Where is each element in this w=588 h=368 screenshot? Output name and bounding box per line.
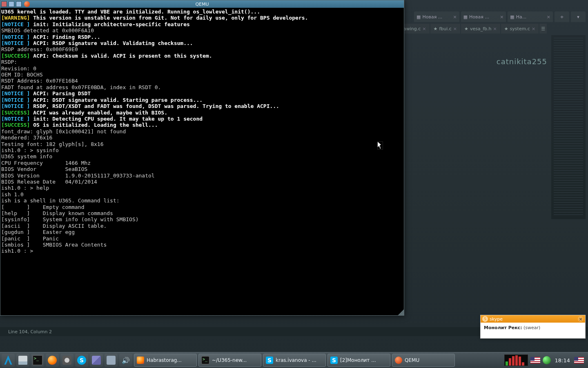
editor-menu-button[interactable]: ☰ xyxy=(539,24,547,34)
tray-status-icon[interactable] xyxy=(543,356,551,364)
close-icon[interactable]: × xyxy=(500,14,503,20)
editor-tab[interactable]: ★vesa_fb.h× xyxy=(461,24,500,34)
keyboard-layout-indicator[interactable] xyxy=(530,357,540,364)
notification-sender: Монолит Рекс: xyxy=(484,325,522,330)
taskbar[interactable]: S 🔊 Habrastorag... ~/U365-new... Skras.i… xyxy=(0,352,588,368)
skype-launcher[interactable]: S xyxy=(75,354,88,367)
window-minimize-button[interactable] xyxy=(16,1,22,7)
skype-icon: S xyxy=(266,357,273,364)
new-tab-button[interactable]: + xyxy=(555,11,569,22)
speaker-icon: 🔊 xyxy=(121,356,130,365)
browser-tab[interactable]: ▦Новая ...× xyxy=(461,11,506,22)
editor-tab[interactable]: ★system.c× xyxy=(501,24,539,34)
mouse-cursor xyxy=(377,141,383,150)
skype-icon: S xyxy=(330,357,338,364)
terminal-launcher[interactable] xyxy=(31,354,44,367)
screenshot-launcher[interactable] xyxy=(60,354,74,367)
close-icon[interactable]: × xyxy=(532,26,535,31)
qemu-icon xyxy=(395,357,402,364)
editor-tab[interactable]: ★fbui.c× xyxy=(430,24,461,34)
system-tray: 18:14 xyxy=(502,355,586,366)
firefox-launcher[interactable] xyxy=(46,354,59,367)
close-icon[interactable]: × xyxy=(547,14,550,20)
window-close-button[interactable] xyxy=(1,1,7,7)
taskbar-window-button[interactable]: Habrastorag... xyxy=(134,354,197,367)
editor-tabs: awing.c× ★fbui.c× ★vesa_fb.h× ★system.c×… xyxy=(400,24,572,34)
app-icon xyxy=(107,356,116,365)
skype-notification[interactable]: S skype × Монолит Рекс: (swear) xyxy=(480,315,586,339)
close-icon[interactable]: × xyxy=(422,26,426,31)
editor-tab[interactable]: awing.c× xyxy=(400,24,430,34)
tab-menu-button[interactable]: ▾ xyxy=(571,11,586,22)
files-icon xyxy=(18,356,27,365)
notification-message: (swear) xyxy=(523,325,540,330)
browser-tab[interactable]: ▦Новая ...× xyxy=(414,11,459,22)
editor-minimap[interactable] xyxy=(551,35,586,219)
qemu-icon xyxy=(24,1,30,7)
browser-tab[interactable]: ▦На...× xyxy=(508,11,553,22)
browser-tabs: ▦Новая ...× ▦Новая ...× ▦На...× + ▾ xyxy=(414,11,586,22)
terminal-icon xyxy=(33,355,42,365)
camera-icon xyxy=(62,356,71,365)
firefox-icon xyxy=(48,356,57,365)
window-title: QEMU xyxy=(0,2,404,7)
resize-handle[interactable] xyxy=(398,310,404,315)
close-icon[interactable]: × xyxy=(453,26,457,31)
taskbar-window-button[interactable]: QEMU xyxy=(392,354,455,367)
volume-launcher[interactable]: 🔊 xyxy=(119,354,132,367)
close-icon[interactable]: × xyxy=(578,316,584,322)
close-icon[interactable]: × xyxy=(493,26,497,31)
terminal-output[interactable]: U365 kernel is loaded. TTY and VBE are i… xyxy=(0,8,404,312)
app-launcher[interactable] xyxy=(105,354,118,367)
arch-icon xyxy=(3,355,13,366)
file-manager-launcher[interactable] xyxy=(16,354,29,367)
close-icon[interactable]: × xyxy=(453,14,457,20)
skype-icon: S xyxy=(77,356,86,365)
terminal-icon xyxy=(201,356,209,364)
taskbar-window-button[interactable]: Skras.ivanova - ... xyxy=(263,354,326,367)
app-launcher[interactable] xyxy=(90,354,103,367)
clock[interactable]: 18:14 xyxy=(553,357,572,364)
taskbar-window-button[interactable]: S[2]Монолит ... xyxy=(327,354,390,367)
start-menu-button[interactable] xyxy=(2,354,15,367)
taskbar-window-button[interactable]: ~/U365-new... xyxy=(198,354,261,367)
notification-body: Монолит Рекс: (swear) xyxy=(481,323,585,333)
window-maximize-button[interactable] xyxy=(9,1,14,7)
qemu-window[interactable]: QEMU U365 kernel is loaded. TTY and VBE … xyxy=(0,0,404,316)
app-icon xyxy=(92,356,101,365)
cpu-graph[interactable] xyxy=(504,355,528,366)
notification-brand: skype xyxy=(490,316,503,322)
skype-icon: S xyxy=(482,316,488,322)
firefox-icon xyxy=(137,357,144,364)
notification-header: S skype × xyxy=(481,315,585,323)
window-titlebar[interactable]: QEMU xyxy=(0,0,404,8)
github-username: catnikita255 xyxy=(497,57,547,66)
keyboard-layout-indicator[interactable] xyxy=(574,357,584,364)
